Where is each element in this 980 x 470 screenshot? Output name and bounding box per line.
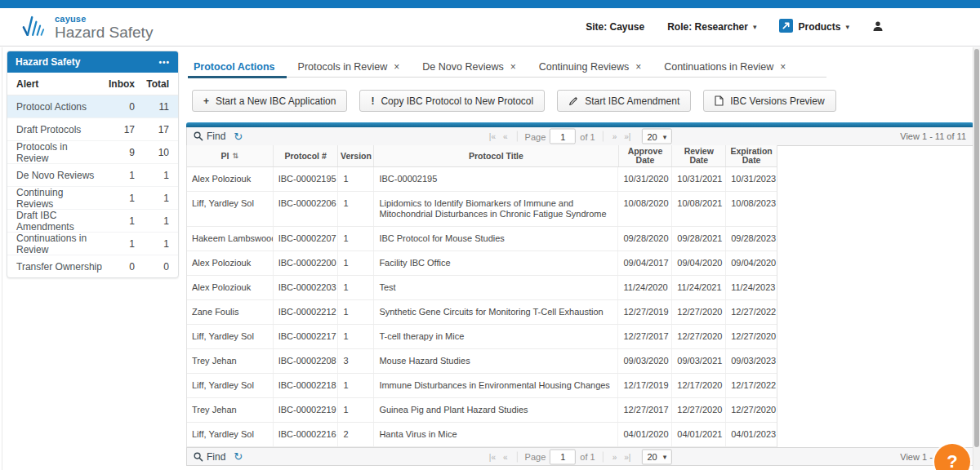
refresh-icon[interactable]: ↻ <box>234 451 243 462</box>
column-total: Total <box>135 78 169 90</box>
refresh-icon[interactable]: ↻ <box>234 131 243 142</box>
sidebar-item-draft-protocols[interactable]: Draft Protocols 17 17 <box>7 118 178 141</box>
column-header-approve-date[interactable]: Approve Date <box>619 145 673 166</box>
page-input[interactable] <box>550 449 576 464</box>
tab-close-icon[interactable]: × <box>780 62 786 72</box>
cell-pi: Liff, Yardley Sol <box>187 374 274 397</box>
cell-pi: Liff, Yardley Sol <box>187 192 274 226</box>
pager-last-button[interactable]: »| <box>622 452 632 461</box>
sidebar-item-inbox-count: 0 <box>102 261 135 273</box>
sidebar-item-continuations-in-review[interactable]: Continuations in Review 1 1 <box>7 233 178 255</box>
tab-continuations-in-review[interactable]: Continuations in Review × <box>653 56 797 77</box>
copy-ibc-protocol-to-new-protocol-button[interactable]: ! Copy IBC Protocol to New Protocol <box>359 90 545 112</box>
products-menu-button[interactable]: Products ▾ <box>779 19 849 35</box>
table-row[interactable]: Liff, Yardley SolIBC-000022162Hanta Viru… <box>187 423 777 447</box>
role-selector[interactable]: Role: Researcher ▾ <box>667 21 756 33</box>
sidebar-item-protocols-in-review[interactable]: Protocols in Review 9 10 <box>7 141 178 164</box>
pager-divider <box>603 131 604 142</box>
pager-first-button[interactable]: |« <box>488 452 497 461</box>
tab-protocol-actions[interactable]: Protocol Actions <box>188 56 287 77</box>
sidebar-item-total-count: 1 <box>135 215 169 227</box>
cell-review: 12/27/2020 <box>672 300 726 324</box>
cell-protocol: IBC-00002207 <box>274 227 339 251</box>
column-header-label: Version <box>341 152 372 161</box>
tab-continuing-reviews[interactable]: Continuing Reviews × <box>528 56 653 77</box>
column-header-version[interactable]: Version <box>338 145 374 166</box>
column-header-pi[interactable]: PI⇅ <box>187 145 274 166</box>
cell-title: IBC Protocol for Mouse Studies <box>374 227 618 251</box>
sidebar-item-continuing-reviews[interactable]: Continuing Reviews 1 1 <box>7 187 178 210</box>
column-header-protocol[interactable]: Protocol # <box>274 145 339 166</box>
scrollbar-thumb[interactable] <box>974 49 979 447</box>
table-row[interactable]: Zane FoulisIBC-000022121Synthetic Gene C… <box>187 300 777 325</box>
plus-icon: + <box>203 95 209 107</box>
tab-label: Continuations in Review <box>664 61 773 73</box>
pager-first-button[interactable]: |« <box>488 132 497 141</box>
tab-protocols-in-review[interactable]: Protocols in Review × <box>287 56 412 77</box>
tab-close-icon[interactable]: × <box>394 62 399 72</box>
vertical-scrollbar[interactable] <box>973 47 980 470</box>
page-input[interactable] <box>550 129 576 144</box>
cell-approve: 12/27/2019 <box>618 300 672 324</box>
pager-next-button[interactable]: » <box>611 132 619 141</box>
tab-de-novo-reviews[interactable]: De Novo Reviews × <box>411 56 527 77</box>
column-header-review-date[interactable]: Review Date <box>672 145 726 166</box>
page-size-select[interactable]: 20 ▾ <box>641 449 672 464</box>
sidebar-item-label: Continuing Reviews <box>16 187 102 210</box>
cell-version: 1 <box>338 374 374 397</box>
column-header-protocol-title[interactable]: Protocol Title <box>374 145 618 166</box>
pager-last-button[interactable]: »| <box>622 132 632 141</box>
table-row[interactable]: Liff, Yardley SolIBC-000022181Immune Dis… <box>187 374 777 398</box>
grid-toolbar-left: Find ↻ <box>194 451 243 463</box>
cell-review: 04/01/2021 <box>672 423 726 446</box>
pager-prev-button[interactable]: « <box>501 452 510 461</box>
table-row[interactable]: Alex PolozioukIBC-000022031Test11/24/202… <box>187 276 777 300</box>
sidebar-item-label: Draft Protocols <box>16 124 102 135</box>
sidebar-item-draft-ibc-amendments[interactable]: Draft IBC Amendments 1 1 <box>7 210 178 233</box>
sidebar-item-transfer-ownership[interactable]: Transfer Ownership 0 0 <box>7 255 178 277</box>
cell-expiration: 09/03/2023 <box>726 349 777 373</box>
find-button[interactable]: Find <box>194 451 225 463</box>
pager-prev-button[interactable]: « <box>501 132 510 141</box>
tab-close-icon[interactable]: × <box>635 62 641 72</box>
table-row[interactable]: Alex PolozioukIBC-000021951IBC-000021951… <box>187 167 777 192</box>
cell-pi: Alex Poloziouk <box>187 251 274 275</box>
action-label: IBC Versions Preview <box>730 95 824 107</box>
table-row[interactable]: Liff, Yardley SolIBC-000022171T-cell the… <box>187 325 777 349</box>
search-icon <box>194 452 203 462</box>
sidebar-item-inbox-count: 1 <box>102 215 135 227</box>
sidebar-menu-icon[interactable]: ••• <box>158 58 170 67</box>
pager-divider <box>603 451 604 462</box>
page-size-select[interactable]: 20 ▾ <box>641 129 672 144</box>
cell-version: 1 <box>338 276 374 299</box>
cell-review: 10/08/2021 <box>672 192 726 226</box>
sidebar-item-total-count: 1 <box>135 193 169 204</box>
search-icon <box>194 131 203 141</box>
cell-title: Synthetic Gene Circuits for Monitoring T… <box>374 300 618 324</box>
column-header-label: Approve Date <box>621 147 670 165</box>
find-button[interactable]: Find <box>194 131 225 142</box>
pager-next-button[interactable]: » <box>611 452 619 461</box>
column-header-expiration-date[interactable]: Expiration Date <box>726 145 777 166</box>
table-row[interactable]: Alex PolozioukIBC-000022001Facility IBC … <box>187 251 777 276</box>
sidebar-item-de-novo-reviews[interactable]: De Novo Reviews 1 1 <box>7 164 178 187</box>
table-row[interactable]: Liff, Yardley SolIBC-000022061Lipidomics… <box>187 192 777 227</box>
app-logo: cayuse Hazard Safety <box>21 15 153 40</box>
tab-close-icon[interactable]: × <box>510 62 516 72</box>
cell-version: 1 <box>338 167 374 191</box>
ibc-versions-preview-button[interactable]: IBC Versions Preview <box>703 90 835 112</box>
cell-expiration: 09/28/2023 <box>726 227 777 251</box>
cell-version: 1 <box>338 251 374 275</box>
start-a-new-ibc-application-button[interactable]: + Start a New IBC Application <box>192 90 347 112</box>
cell-expiration: 10/31/2023 <box>726 167 777 191</box>
start-ibc-amendment-button[interactable]: Start IBC Amendment <box>557 90 691 112</box>
cell-approve: 11/24/2020 <box>618 276 672 299</box>
user-menu-button[interactable] <box>872 20 884 34</box>
table-row[interactable]: Trey JehanIBC-000022191Guinea Pig and Pl… <box>187 398 777 423</box>
sort-icon[interactable]: ⇅ <box>233 152 239 161</box>
site-label: Site: Cayuse <box>586 21 644 33</box>
action-toolbar: + Start a New IBC Application ! Copy IBC… <box>192 90 836 112</box>
table-row[interactable]: Hakeem LambswoodIBC-000022071IBC Protoco… <box>187 227 777 251</box>
table-row[interactable]: Trey JehanIBC-000022083Mouse Hazard Stud… <box>187 349 777 374</box>
sidebar-item-protocol-actions[interactable]: Protocol Actions 0 11 <box>7 95 178 118</box>
